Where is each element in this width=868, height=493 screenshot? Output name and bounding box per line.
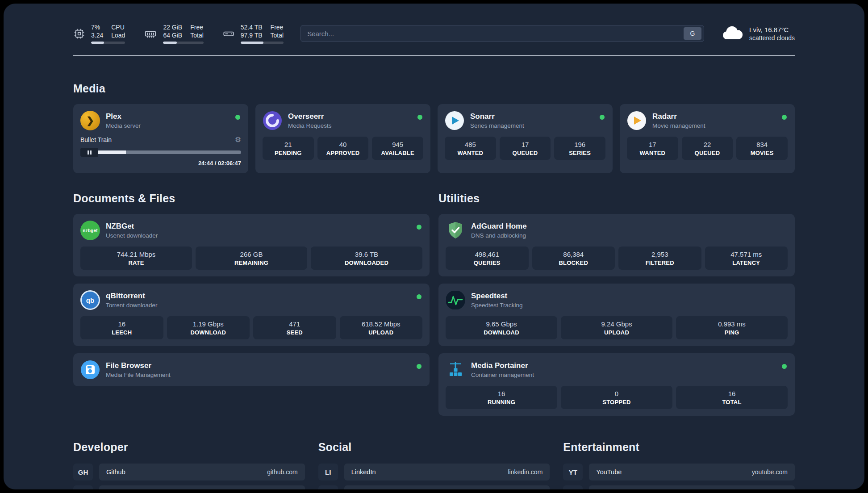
stat-label: REMAINING (197, 259, 305, 266)
stat-label: DOWNLOADED (313, 259, 421, 266)
service-subtitle: Movie management (652, 122, 705, 129)
stat-tile: 618.52 Mbps UPLOAD (340, 316, 423, 339)
service-card-portainer[interactable]: Media Portainer Container management 16 … (438, 353, 795, 416)
bookmark-abbr: YT (563, 464, 583, 480)
service-subtitle: Container management (471, 372, 534, 378)
media-cards: ❯ Plex Media server Bullet Train ⚙ (73, 104, 795, 173)
plex-now-playing: Bullet Train ⚙ 24:44 / 02:06:47 (80, 135, 241, 167)
now-playing-title: Bullet Train (80, 136, 112, 143)
service-card-adguard[interactable]: AdGuard Home DNS and adblocking 498,461 … (438, 214, 795, 276)
bookmark-row-netflix[interactable]: NF Netflix netflix.com (563, 485, 795, 489)
overseerr-icon (263, 111, 282, 130)
dashboard-content: 7% 3.24 CPU Load (73, 4, 795, 489)
bookmark-name: Github (106, 468, 125, 476)
search-provider-button[interactable]: G (684, 27, 701, 40)
stat-value: 40 (319, 141, 367, 148)
stat-tile: 17 WANTED (627, 137, 678, 160)
stat-tile: 9.24 Gbps UPLOAD (561, 316, 672, 339)
weather-widget: Lviv, 16.87°C scattered clouds (721, 25, 795, 42)
stat-value: 0.993 ms (678, 320, 786, 328)
disk-label-free: Free (271, 23, 284, 31)
search-input[interactable] (307, 30, 684, 38)
service-subtitle: Media File Management (106, 372, 171, 378)
stat-value: 0 (563, 390, 671, 397)
stat-label: UPLOAD (342, 329, 421, 336)
cpu-progress-bar (91, 42, 125, 44)
ram-readout: 22 GiB 64 GiB Free Total (163, 23, 203, 44)
plex-icon: ❯ (80, 111, 100, 130)
stat-value: 16 (678, 390, 786, 397)
service-card-qbittorrent[interactable]: qb qBittorrent Torrent downloader 16 LEE… (73, 284, 430, 346)
stat-value: 22 (684, 141, 731, 148)
speedtest-icon (446, 290, 465, 310)
stat-label: WANTED (629, 150, 676, 156)
column-utilities: Utilities (438, 192, 795, 416)
stat-tile: 9.65 Gbps DOWNLOAD (446, 316, 557, 339)
stat-tile: 16 LEECH (80, 316, 163, 339)
service-card-nzbget[interactable]: nzbget NZBGet Usenet downloader 744.21 M… (73, 214, 430, 276)
service-card-sonarr[interactable]: Sonarr Series management 485 WANTED 17 Q… (438, 104, 613, 173)
topbar-divider (73, 55, 795, 56)
section-heading-media: Media (73, 82, 795, 95)
service-subtitle: Series management (470, 122, 524, 129)
stat-value: 618.52 Mbps (342, 320, 421, 328)
dashboard: 7% 3.24 CPU Load (4, 4, 864, 489)
bookmark-url: github.com (267, 468, 297, 476)
playback-progress-bar[interactable] (98, 150, 241, 154)
bookmark-row-twitter[interactable]: TW Twitter twitter.com (318, 485, 550, 489)
stat-tile: 1.19 Gbps DOWNLOAD (167, 316, 250, 339)
cpu-monitor: 7% 3.24 CPU Load (73, 23, 125, 44)
cpu-loadavg: 3.24 (91, 31, 103, 39)
stat-tile: 0 STOPPED (561, 386, 672, 409)
search-bar: G (300, 25, 704, 42)
stat-tile: 498,461 QUERIES (446, 246, 529, 270)
ram-free: 22 GiB (163, 23, 182, 31)
service-subtitle: Media server (106, 122, 141, 129)
stat-value: 2,953 (620, 251, 700, 258)
service-card-filebrowser[interactable]: File Browser Media File Management (73, 353, 430, 386)
stat-label: PENDING (264, 150, 312, 156)
stat-tile: 266 GB REMAINING (196, 246, 307, 270)
service-card-overseerr[interactable]: Overseerr Media Requests 21 PENDING 40 A… (255, 104, 430, 173)
bookmark-group-entertainment: Entertainment YT YouTube youtube.com NF … (563, 441, 795, 489)
settings-gear-icon[interactable]: ⚙ (235, 135, 241, 144)
bookmark-row-stackoverflow[interactable]: SO StackOverflow stackoverflow.com (73, 485, 305, 489)
bookmark-row-github[interactable]: GH Github github.com (73, 464, 305, 480)
cpu-readout: 7% 3.24 CPU Load (91, 23, 125, 44)
bookmark-row-youtube[interactable]: YT YouTube youtube.com (563, 464, 795, 480)
service-subtitle: Speedtest Tracking (471, 302, 523, 309)
stat-value: 266 GB (197, 251, 305, 258)
service-subtitle: Torrent downloader (106, 302, 158, 309)
stat-tile: 21 PENDING (263, 137, 314, 160)
filebrowser-icon (80, 360, 100, 380)
stat-label: RUNNING (447, 399, 555, 405)
bookmark-abbr: LI (318, 464, 338, 480)
stat-tile: 945 AVAILABLE (372, 137, 423, 160)
stat-label: AVAILABLE (374, 150, 421, 156)
stat-tile: 16 TOTAL (676, 386, 788, 409)
service-name: NZBGet (106, 222, 158, 231)
stat-label: MOVIES (738, 150, 786, 156)
section-middle: Documents & Files nzbget NZBGet Usenet d… (73, 192, 795, 416)
bookmark-name: LinkedIn (351, 468, 376, 476)
stat-tile: 16 RUNNING (446, 386, 557, 409)
stat-tile: 40 APPROVED (317, 137, 369, 160)
stat-value: 47.571 ms (707, 251, 786, 258)
stat-value: 86,384 (534, 251, 613, 258)
stat-label: SERIES (556, 150, 604, 156)
service-card-radarr[interactable]: Radarr Movie management 17 WANTED 22 QUE… (620, 104, 795, 173)
service-name: Overseerr (288, 112, 332, 121)
pause-button[interactable] (80, 148, 98, 157)
service-card-plex[interactable]: ❯ Plex Media server Bullet Train ⚙ (73, 104, 248, 173)
ram-label-free: Free (190, 23, 204, 31)
service-name: Radarr (652, 112, 705, 121)
radarr-icon (627, 111, 647, 130)
stat-tile: 485 WANTED (445, 137, 496, 160)
stat-value: 16 (82, 320, 162, 328)
stat-value: 1.19 Gbps (169, 320, 248, 328)
service-card-speedtest[interactable]: Speedtest Speedtest Tracking 9.65 Gbps D… (438, 284, 795, 346)
stat-label: QUERIES (447, 259, 527, 266)
bookmark-row-linkedin[interactable]: LI LinkedIn linkedin.com (318, 464, 550, 480)
disk-monitor: 52.4 TB 97.9 TB Free Total (222, 23, 284, 44)
stat-label: SEED (255, 329, 334, 336)
